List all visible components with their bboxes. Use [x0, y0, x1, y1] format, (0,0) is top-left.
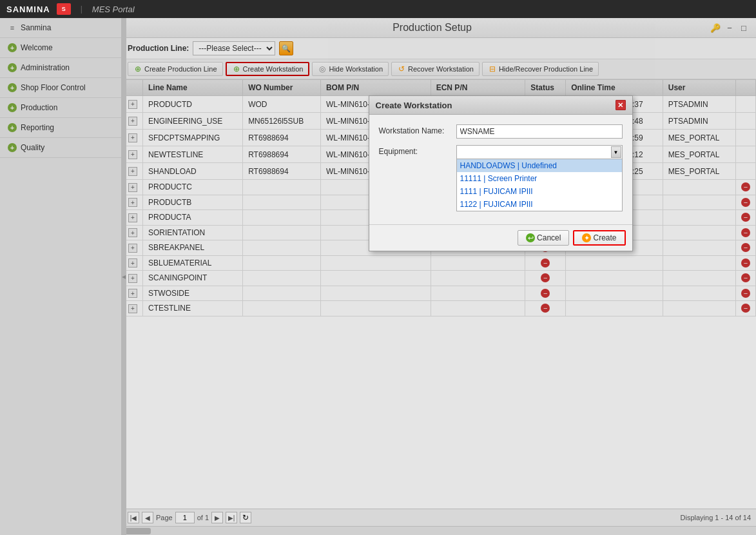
modal-body: Workstation Name: Equipment: ▼ HANDLOADW… — [369, 115, 632, 224]
workstation-name-control — [456, 124, 623, 139]
workstation-name-row: Workstation Name: — [379, 124, 623, 139]
equipment-input[interactable] — [456, 145, 623, 159]
logo-icon: S — [57, 3, 71, 15]
dropdown-item-1111[interactable]: 1111 | FUJICAM IPIII — [457, 185, 622, 198]
equipment-label: Equipment: — [379, 145, 456, 156]
modal-footer: ↩ Cancel ✦ Create — [369, 224, 632, 251]
create-workstation-modal: Create Workstation ✕ Workstation Name: E… — [369, 95, 633, 251]
equipment-dropdown-list: HANDLOADWS | Undefined 11111 | Screen Pr… — [456, 159, 623, 211]
equipment-row: Equipment: ▼ HANDLOADWS | Undefined 1111… — [379, 145, 623, 211]
dropdown-item-handload[interactable]: HANDLOADWS | Undefined — [457, 159, 622, 172]
create-icon: ✦ — [582, 233, 591, 242]
modal-close-button[interactable]: ✕ — [615, 100, 626, 110]
portal-title: MES Portal — [92, 5, 135, 14]
workstation-name-label: Workstation Name: — [379, 124, 456, 135]
modal-header: Create Workstation ✕ — [369, 96, 632, 115]
dropdown-item-1122[interactable]: 1122 | FUJICAM IPIII — [457, 198, 622, 211]
equipment-select-container: ▼ — [456, 145, 623, 159]
dropdown-item-11111[interactable]: 11111 | Screen Printer — [457, 172, 622, 185]
cancel-icon: ↩ — [526, 233, 535, 242]
logo-text: SANMINA — [6, 5, 50, 14]
cancel-button[interactable]: ↩ Cancel — [518, 230, 569, 246]
workstation-name-input[interactable] — [456, 124, 623, 139]
modal-title: Create Workstation — [376, 101, 452, 110]
modal-overlay: Create Workstation ✕ Workstation Name: E… — [0, 18, 756, 535]
topbar-divider: | — [81, 5, 82, 14]
create-button[interactable]: ✦ Create — [573, 230, 625, 246]
equipment-dropdown-arrow[interactable]: ▼ — [611, 146, 621, 158]
topbar: SANMINA S | MES Portal — [0, 0, 756, 18]
cancel-label: Cancel — [537, 233, 561, 242]
equipment-control: ▼ HANDLOADWS | Undefined 11111 | Screen … — [456, 145, 623, 211]
create-label: Create — [593, 233, 616, 242]
